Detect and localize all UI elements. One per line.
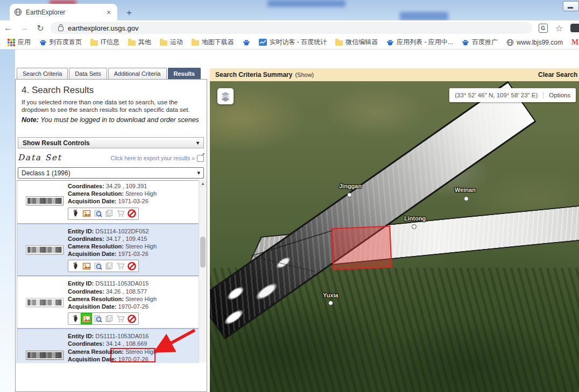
earthexplorer-page: Search Criteria Data Sets Additional Cri… [0, 49, 579, 392]
tab-additional-criteria[interactable]: Additional Criteria [108, 68, 167, 79]
tab-results[interactable]: Results [168, 68, 201, 79]
new-tab-button[interactable]: + [123, 6, 136, 19]
metadata-browse-icon[interactable] [93, 261, 102, 270]
footprint-icon[interactable] [70, 261, 80, 270]
scene-coordinates: Coordinates: 34.26 , 108.577 [68, 288, 197, 295]
bookmark-folder[interactable]: 地图下载器 [188, 37, 237, 48]
bookmark-item[interactable]: 实时访客 - 百度统计 [256, 37, 330, 48]
bookmark-folder[interactable]: 运动 [157, 37, 186, 48]
no-download-icon[interactable] [127, 314, 136, 323]
results-description: If you selected more than one data set t… [22, 99, 200, 113]
scroll-up-icon[interactable]: ▲ [199, 180, 207, 188]
cart-icon[interactable] [116, 209, 125, 218]
place-label: Lintong [404, 215, 426, 222]
footprint-outline [210, 81, 579, 392]
browser-tab[interactable]: EarthExplorer × [10, 4, 117, 20]
translate-icon[interactable]: G [539, 24, 548, 33]
metadata-browse-icon[interactable] [93, 314, 102, 323]
bookmarks-bar: 应用 到百度首页 IT信息 其他 运动 地图下载器 实时访客 - 百度统计 [0, 35, 579, 49]
scrollbar-thumb[interactable] [200, 237, 206, 268]
scene-actions [68, 312, 139, 325]
scene-entity-id: Entity ID: DS1114-1022DF052 [68, 227, 197, 235]
cart-icon[interactable] [116, 261, 125, 270]
tab-close-icon[interactable]: × [104, 9, 113, 16]
scene-thumbnail[interactable] [26, 351, 63, 359]
place-marker-dot [347, 193, 352, 197]
address-bar[interactable]: earthexplorer.usgs.gov [51, 22, 532, 34]
place-marker-dot [412, 224, 416, 229]
cart-icon[interactable] [116, 314, 125, 323]
tab-search-criteria[interactable]: Search Criteria [17, 68, 68, 79]
dataset-select[interactable]: Declass 1 (1996) ▾ [18, 167, 204, 179]
compare-icon[interactable] [104, 261, 114, 270]
compare-icon[interactable] [104, 314, 114, 323]
apps-grid-icon [8, 39, 15, 46]
bookmark-item[interactable]: 到百度首页 [36, 37, 85, 48]
bookmark-item[interactable]: 应用列表 - 应用中... [383, 37, 456, 48]
result-row: Entity ID: DS1111-1053DA015 Coordinates:… [17, 276, 199, 329]
scene-thumbnail[interactable] [26, 298, 63, 307]
folder-icon [90, 40, 98, 46]
no-download-icon[interactable] [127, 209, 136, 218]
gmail-icon: M [571, 38, 578, 47]
site-favicon-globe-icon [14, 8, 22, 16]
reload-icon[interactable]: ↻ [32, 23, 48, 33]
browse-overlay-icon[interactable] [82, 261, 91, 270]
extension-icon[interactable] [570, 24, 579, 32]
options-button[interactable]: Options [543, 92, 576, 98]
scene-thumbnail[interactable] [26, 197, 63, 205]
bookmark-apps[interactable]: 应用 [4, 37, 34, 48]
browser-titlebar: EarthExplorer × + [0, 0, 579, 20]
footprint-icon[interactable] [70, 209, 80, 218]
results-scrollbar[interactable]: ▲ [199, 180, 207, 362]
minimize-button[interactable] [563, 1, 579, 11]
baidu-paw-icon [39, 39, 47, 46]
cursor-coordinates: (33° 52' 46" N, 109° 58' 23" E) [449, 92, 543, 98]
compare-icon[interactable] [104, 209, 114, 218]
redacted-block [267, 0, 345, 7]
browse-overlay-icon[interactable] [82, 209, 91, 218]
bookmark-item[interactable]: www.lbjs99.com [503, 38, 566, 47]
place-marker-dot [464, 196, 469, 201]
bookmark-item[interactable]: M Gmail [568, 37, 579, 48]
panel-tabs: Search Criteria Data Sets Additional Cri… [17, 68, 201, 79]
bookmark-item[interactable] [239, 38, 253, 47]
place-label: Jinggan [339, 183, 362, 189]
scene-thumbnail[interactable] [26, 246, 63, 254]
place-label: Yuxia [323, 292, 338, 298]
no-download-icon[interactable] [127, 261, 136, 270]
bookmark-item[interactable]: 百度推广 [458, 37, 501, 48]
folder-icon [160, 40, 167, 46]
chart-icon [259, 39, 267, 46]
layers-button[interactable] [217, 88, 234, 104]
result-row: Coordinates: 34.29 , 109.391 Camera Reso… [17, 181, 199, 224]
show-result-controls[interactable]: Show Result Controls ▾ [18, 137, 204, 148]
back-icon[interactable]: ← [0, 23, 16, 33]
bookmark-star-icon[interactable]: ☆ [555, 23, 563, 33]
export-results-link[interactable]: Click here to export your results » [111, 155, 204, 162]
result-row: Entity ID: DS1114-1022DF052 Coordinates:… [17, 224, 199, 277]
scene-camera: Camera Resolution: Stereo High [68, 295, 197, 303]
tab-title: EarthExplorer [26, 9, 104, 16]
scene-actions [68, 208, 139, 220]
scene-camera: Camera Resolution: Stereo High [68, 190, 197, 197]
metadata-browse-icon[interactable] [93, 209, 102, 218]
folder-icon [335, 40, 343, 46]
bookmark-folder[interactable]: 其他 [125, 37, 154, 48]
clear-search-link[interactable]: Clear Search C [538, 71, 579, 79]
tab-data-sets[interactable]: Data Sets [69, 68, 107, 79]
bookmark-folder[interactable]: IT信息 [87, 37, 123, 48]
footprint-icon[interactable] [70, 314, 80, 323]
map-canvas[interactable]: Jinggan Weinan Lintong Yuxia (33° 52' 46… [210, 81, 579, 392]
browse-overlay-icon-selected[interactable] [82, 314, 91, 323]
bookmark-folder[interactable]: 微信编辑器 [332, 37, 381, 48]
baidu-paw-icon [386, 39, 394, 46]
selected-scene-footprint[interactable] [331, 226, 392, 270]
scene-camera: Camera Resolution: Stereo High [68, 243, 197, 250]
screen: EarthExplorer × + ← → ↻ earthexplorer.us… [0, 0, 579, 392]
page-title: 4. Search Results [22, 85, 94, 96]
summary-show-toggle[interactable]: (Show) [295, 72, 314, 78]
redacted-block [400, 12, 448, 20]
forward-icon[interactable]: → [16, 23, 32, 33]
url-text[interactable]: earthexplorer.usgs.gov [68, 24, 139, 32]
